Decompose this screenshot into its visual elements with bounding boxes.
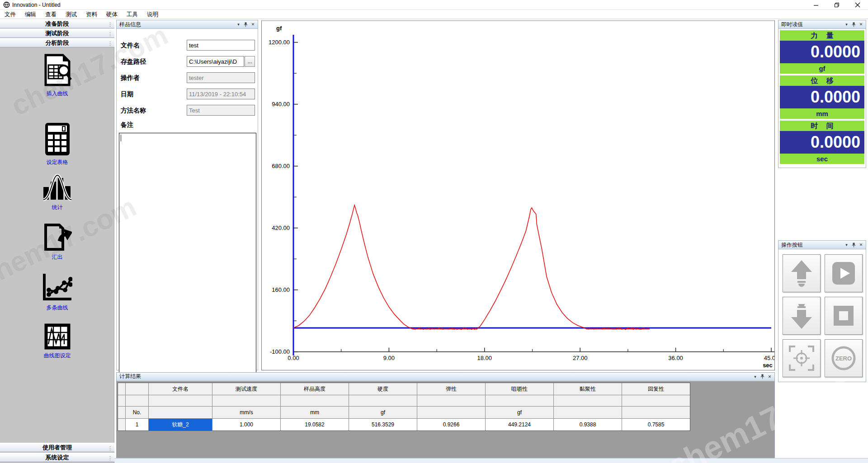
close-icon[interactable]: ✕ [250,22,256,28]
hardness-cell[interactable]: 516.3529 [349,419,417,430]
locate-button[interactable] [783,339,821,377]
cohesiveness-cell[interactable]: 0.9388 [554,419,622,430]
tool-label: 汇出 [0,253,114,261]
jog-up-button[interactable] [783,254,821,292]
displacement-value: 0.0000 [780,86,864,108]
sidebar-tab-system-settings[interactable]: 系统设定⋮ [0,453,114,462]
tool-label: 曲线图设定 [0,352,114,360]
time-readout: 时 间 0.0000 sec [780,121,864,164]
pin-icon[interactable] [243,22,249,28]
force-value: 0.0000 [780,41,864,63]
sample-info-header: 样品信息 ▾ ✕ [117,20,258,29]
grip-icon: ⋮ [108,454,113,463]
menu-edit[interactable]: 编辑 [20,10,41,19]
menu-test[interactable]: 测试 [61,10,81,19]
remark-textarea[interactable] [119,133,256,374]
panel-title: 操作按钮 [781,241,803,249]
start-button[interactable] [825,254,863,292]
height-cell[interactable]: 19.0582 [281,419,349,430]
menu-data[interactable]: 资料 [81,10,102,19]
filename-input[interactable] [187,40,255,51]
menu-view[interactable]: 查看 [41,10,61,19]
app-icon [3,1,10,8]
minimize-icon[interactable] [806,0,826,10]
force-label: 力 量 [780,30,864,41]
tool-table-setup[interactable]: 设定表格 [0,122,114,166]
tool-insert-curve[interactable]: 插入曲线 [0,53,114,98]
pin-icon[interactable] [851,22,857,28]
close-icon[interactable]: ✕ [858,242,864,248]
play-icon [831,261,856,286]
menu-file[interactable]: 文件 [0,10,20,19]
close-icon[interactable]: ✕ [858,22,864,28]
unit-speed: mm/s [212,407,280,418]
live-readout-panel: 即时读值 ▾ ✕ 力 量 0.0000 gf 位 移 0.0000 mm 时 间… [778,20,866,168]
panel-menu-icon[interactable]: ▾ [844,22,849,28]
pin-icon[interactable] [760,374,765,379]
col-header-resilience: 回复性 [622,383,690,395]
svg-text:680.00: 680.00 [272,163,290,169]
stop-icon [831,303,856,328]
speed-cell[interactable]: 1.000 [212,419,280,430]
close-icon[interactable] [847,0,868,10]
svg-text:36.00: 36.00 [668,355,683,361]
results-panel: 计算结果 ▾ ✕ 文件名 测试速度 样品高度 硬度 弹性 咀嚼性 黏聚性 回复性 [116,372,775,458]
row-marker-cell [118,407,125,418]
menu-bar: 文件 编辑 查看 测试 资料 硬体 工具 说明 [0,10,868,19]
sidebar-tab-test[interactable]: 测试阶段⋮ [0,28,114,38]
chewiness-cell[interactable]: 449.2124 [486,419,553,430]
svg-text:sec: sec [763,362,773,369]
sidebar-tab-prepare[interactable]: 准备阶段⋮ [0,19,114,28]
statistics-icon [42,173,72,201]
tool-export[interactable]: 汇出 [0,223,114,261]
svg-text:160.00: 160.00 [272,286,290,293]
calculator-icon [43,122,71,156]
zero-button[interactable]: ZERO [825,339,863,377]
results-table-area: 文件名 测试速度 样品高度 硬度 弹性 咀嚼性 黏聚性 回复性 No. mm/s… [117,381,774,458]
panel-title: 计算结果 [119,373,141,380]
resilience-cell[interactable]: 0.7585 [622,419,690,430]
tool-curve-settings[interactable]: 曲线图设定 [0,323,114,360]
date-input [187,89,255,99]
action-buttons-panel: 操作按钮 ▾ ✕ [778,240,866,382]
svg-text:-100.00: -100.00 [270,348,290,355]
results-table: 文件名 测试速度 样品高度 硬度 弹性 咀嚼性 黏聚性 回复性 No. mm/s… [118,383,690,431]
row-number-cell[interactable]: 1 [126,419,148,430]
sample-info-panel: 样品信息 ▾ ✕ 文件名 存盘路径 ... 操作者 日期 方法名称 备注 [116,20,258,370]
method-name-label: 方法名称 [121,107,146,115]
save-path-input[interactable] [187,56,244,67]
no-column-header [126,383,148,395]
force-unit: gf [780,63,864,74]
row-marker-cell [118,383,125,395]
stop-button[interactable] [825,297,863,335]
operator-input [187,72,255,83]
panel-menu-icon[interactable]: ▾ [752,374,758,379]
panel-menu-icon[interactable]: ▾ [844,242,849,248]
tool-multi-curve[interactable]: 多条曲线 [0,273,114,312]
operator-label: 操作者 [121,74,140,82]
file-name-cell-selected[interactable]: 软糖_2 [149,419,212,430]
panel-menu-icon[interactable]: ▾ [236,22,241,28]
grip-icon: ⋮ [108,444,113,453]
menu-hardware[interactable]: 硬体 [102,10,122,19]
menu-tools[interactable]: 工具 [122,10,142,19]
menu-help[interactable]: 说明 [142,10,163,19]
force-readout: 力 量 0.0000 gf [780,30,864,74]
save-path-label: 存盘路径 [121,58,146,66]
jog-down-icon [788,302,815,330]
target-icon [788,345,815,372]
browse-button[interactable]: ... [245,56,255,67]
sidebar-tab-analysis[interactable]: 分析阶段⋮ [0,38,114,47]
row-marker-cell[interactable] [118,419,125,430]
jog-down-button[interactable] [783,297,821,335]
springiness-cell[interactable]: 0.9266 [417,419,485,430]
close-icon[interactable]: ✕ [767,374,773,379]
sidebar: 准备阶段⋮ 测试阶段⋮ 分析阶段⋮ 插入曲线 [0,19,114,463]
remark-label: 备注 [121,121,133,129]
pin-icon[interactable] [851,242,857,248]
tool-statistics[interactable]: 统计 [0,173,114,211]
sidebar-tab-user-management[interactable]: 使用者管理⋮ [0,443,114,452]
restore-icon[interactable] [826,0,847,10]
tool-label: 设定表格 [0,159,114,166]
col-header-speed: 测试速度 [212,383,280,395]
